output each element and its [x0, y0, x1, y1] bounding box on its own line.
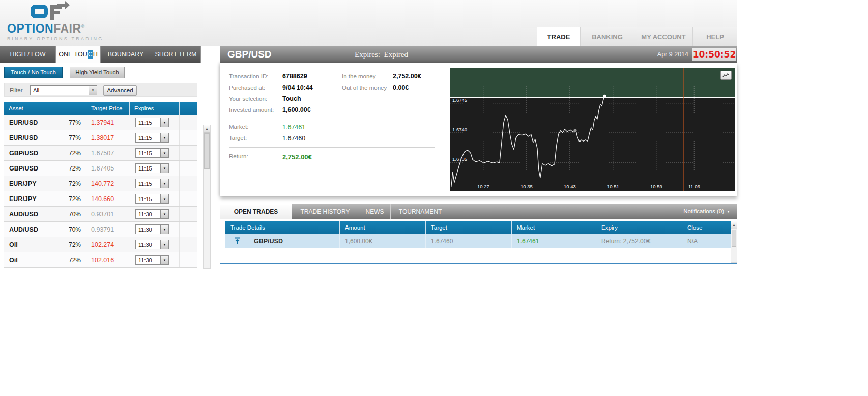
top-nav-my-account[interactable]: MY ACCOUNT — [634, 27, 692, 46]
asset-name: EUR/USD — [4, 134, 69, 142]
purchase-marker — [573, 129, 576, 132]
asset-row[interactable]: GBP/USD72%1.6750711:15▼ — [4, 146, 197, 161]
asset-row[interactable]: GBP/USD72%1.6740511:15▼ — [4, 161, 197, 176]
expiry-value: 11:30 — [136, 242, 160, 248]
y-axis-label: 1.6745 — [452, 97, 467, 103]
advanced-button[interactable]: Advanced — [103, 85, 137, 96]
chevron-down-icon[interactable]: ▼ — [160, 179, 168, 188]
asset-blank-cell — [179, 115, 197, 130]
scrollbar-thumb[interactable] — [732, 230, 736, 247]
filter-select[interactable]: All ▼ — [30, 85, 97, 95]
chevron-down-icon[interactable]: ▼ — [89, 86, 97, 95]
chevron-down-icon[interactable]: ▼ — [160, 149, 168, 157]
scroll-up-icon[interactable]: ▲ — [204, 125, 210, 133]
chevron-down-icon[interactable]: ▼ — [160, 210, 168, 218]
asset-name: GBP/USD — [4, 150, 69, 157]
line-chart-icon — [722, 73, 730, 78]
chevron-down-icon[interactable]: ▼ — [160, 164, 168, 173]
expiry-select[interactable]: 11:30▼ — [135, 224, 169, 234]
high-yield-touch-button[interactable]: High Yield Touch — [70, 67, 125, 78]
trades-tab-trade-history[interactable]: TRADE HISTORY — [292, 204, 359, 219]
asset-list-scrollbar[interactable]: ▲ — [203, 125, 211, 269]
asset-target-price: 140.772 — [86, 180, 129, 187]
main-tabbar: HIGH / LOWONE TOUCHBOUNDARYSHORT TERM — [0, 46, 201, 63]
main-tab-short-term[interactable]: SHORT TERM — [151, 46, 201, 63]
return-value: 2,752.00€ — [282, 153, 312, 161]
expiry-select[interactable]: 11:30▼ — [135, 255, 169, 265]
expiry-select[interactable]: 11:15▼ — [135, 133, 169, 143]
asset-payout: 72% — [69, 180, 86, 187]
top-nav-trade[interactable]: TRADE — [537, 27, 580, 46]
info-value: 9/04 10:44 — [282, 84, 342, 91]
expiry-select[interactable]: 11:15▼ — [135, 163, 169, 173]
info-row: Transaction ID:6788629In the money2,752.… — [229, 71, 447, 82]
info-label: In the money — [342, 73, 393, 79]
trades-tab-tournament[interactable]: TOURNAMENT — [391, 204, 450, 219]
chevron-down-icon[interactable]: ▼ — [160, 240, 168, 249]
expiry-select[interactable]: 11:15▼ — [135, 148, 169, 158]
x-axis-label: 10:43 — [564, 184, 576, 189]
asset-cell: EUR/USD77% — [4, 134, 86, 142]
expiry-select[interactable]: 11:30▼ — [135, 240, 169, 249]
trades-tab-news[interactable]: NEWS — [359, 204, 391, 219]
tab-label-pre: ONE TOU — [59, 51, 88, 58]
expiry-value: 11:15 — [136, 196, 160, 202]
asset-row[interactable]: EUR/USD77%1.3801711:15▼ — [4, 130, 197, 146]
expiry-select[interactable]: 11:15▼ — [135, 118, 169, 127]
touch-no-touch-button[interactable]: Touch / No Touch — [4, 67, 63, 78]
instrument-title: GBP/USD — [227, 49, 272, 60]
main-tab-high-low[interactable]: HIGH / LOW — [0, 46, 56, 63]
asset-blank-cell — [179, 191, 197, 206]
info-label: Transaction ID: — [229, 73, 282, 79]
open-trade-row[interactable]: GBP/USD 1,600.00€ 1.67460 1.67461 Return… — [225, 234, 731, 248]
asset-row[interactable]: Oil72%102.01611:30▼ — [4, 252, 197, 268]
notifications-toggle[interactable]: Notifications (0) ▼ — [683, 204, 730, 219]
asset-expiry-cell: 11:15▼ — [129, 148, 179, 158]
top-nav-help[interactable]: HELP — [692, 27, 737, 46]
asset-blank-cell — [179, 252, 197, 267]
chevron-down-icon[interactable]: ▼ — [160, 225, 168, 234]
col-blank — [179, 102, 197, 115]
touch-up-icon — [225, 234, 249, 248]
main-tab-boundary[interactable]: BOUNDARY — [101, 46, 151, 63]
asset-cell: AUD/USD70% — [4, 211, 86, 218]
trade-market: 1.67461 — [511, 234, 596, 248]
divider — [229, 119, 435, 119]
scroll-up-icon[interactable]: ▲ — [731, 221, 737, 229]
top-nav-banking[interactable]: BANKING — [580, 27, 634, 46]
trades-tab-open-trades[interactable]: OPEN TRADES — [220, 204, 292, 219]
asset-payout: 77% — [69, 119, 86, 126]
trade-asset: GBP/USD — [249, 234, 339, 248]
chevron-down-icon[interactable]: ▼ — [160, 133, 168, 142]
asset-row[interactable]: EUR/USD77%1.3794111:15▼ — [4, 115, 197, 130]
expiry-value: 11:15 — [136, 150, 160, 156]
asset-name: GBP/USD — [4, 165, 69, 172]
asset-expiry-cell: 11:30▼ — [129, 240, 179, 249]
asset-blank-cell — [179, 222, 197, 237]
main-tab-one-touch[interactable]: ONE TOUCH — [56, 46, 101, 63]
asset-row[interactable]: AUD/USD70%0.9379111:30▼ — [4, 222, 197, 237]
asset-row[interactable]: EUR/JPY72%140.77211:15▼ — [4, 176, 197, 191]
asset-expiry-cell: 11:15▼ — [129, 179, 179, 188]
chevron-down-icon[interactable]: ▼ — [160, 118, 168, 127]
asset-row[interactable]: AUD/USD70%0.9370111:30▼ — [4, 207, 197, 222]
asset-blank-cell — [179, 146, 197, 160]
target-value: 1.67460 — [282, 135, 305, 142]
brand-tagline: BINARY OPTIONS TRADING — [7, 36, 103, 41]
info-row: Your selection:Touch — [229, 93, 447, 104]
chevron-down-icon[interactable]: ▼ — [160, 194, 168, 203]
chart-type-button[interactable] — [720, 71, 732, 80]
brand-logo: OPTIONFAIR® BINARY OPTIONS TRADING — [7, 3, 103, 41]
expiry-select[interactable]: 11:15▼ — [135, 194, 169, 204]
tab-label-highlight: C — [88, 50, 93, 59]
chevron-down-icon[interactable]: ▼ — [160, 256, 168, 264]
trades-tabbar: OPEN TRADESTRADE HISTORYNEWSTOURNAMENT — [220, 204, 737, 219]
scrollbar-thumb[interactable] — [204, 133, 210, 169]
asset-row[interactable]: Oil72%102.27411:30▼ — [4, 237, 197, 252]
asset-row[interactable]: EUR/JPY72%140.66011:15▼ — [4, 191, 197, 207]
expiry-select[interactable]: 11:15▼ — [135, 179, 169, 188]
asset-cell: GBP/USD72% — [4, 150, 86, 157]
info-label: Your selection: — [229, 96, 282, 102]
trades-scrollbar[interactable]: ▲ — [731, 221, 737, 263]
expiry-select[interactable]: 11:30▼ — [135, 209, 169, 219]
